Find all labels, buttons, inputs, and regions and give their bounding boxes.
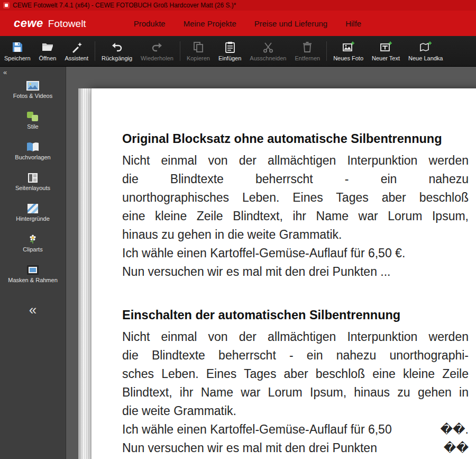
backgrounds-icon: [26, 203, 40, 214]
menu-item-produkte[interactable]: Produkte: [134, 19, 166, 28]
sidebar-item-label: Fotos & Videos: [13, 93, 52, 99]
sidebar-item-hintergruende[interactable]: Hintergründe: [0, 203, 66, 234]
editor-canvas[interactable]: Original Blocksatz ohne automatische Sil…: [66, 67, 476, 459]
brand-app-text: Fotowelt: [48, 18, 86, 30]
text-line: eine kleine Zeile Blindtext, ihr Name wa…: [122, 207, 469, 226]
book-templates-icon: [26, 142, 40, 152]
text-line: die Blindtexte beherrscht - ein nahezu u…: [122, 346, 469, 365]
brand-cewe-text: cewe: [14, 16, 43, 30]
redo-icon: [151, 41, 163, 53]
undo-button[interactable]: Rückgängig: [97, 36, 136, 66]
paragraph-blocksatz: Nicht einmal von der allmächtigen Interp…: [122, 151, 469, 281]
sidebar-item-cliparts[interactable]: Cliparts: [0, 234, 66, 265]
text-line: Blindtext, ihr Name war Lorum Ipsum, hin…: [122, 383, 469, 402]
copy-icon: [192, 41, 205, 53]
sidebar-item-label: Buchvorlagen: [15, 154, 50, 160]
sidebar-collapse-bottom-icon[interactable]: «: [0, 303, 66, 317]
magic-wand-icon: [70, 41, 83, 53]
new-photo-button[interactable]: Neues Foto: [329, 36, 368, 66]
delete-button: Entfernen: [290, 36, 324, 66]
toolbar-separator: [180, 41, 180, 61]
trash-icon: [301, 41, 314, 53]
button-label: Rückgängig: [102, 55, 132, 61]
sidebar-item-label: Cliparts: [23, 246, 42, 253]
text-line: Nicht einmal von der allmächtigen Interp…: [122, 328, 469, 346]
brand-logo: cewe Fotowelt: [14, 16, 86, 30]
text-line: Nicht einmal von der allmächtigen Interp…: [122, 151, 469, 170]
button-label: Neues Foto: [333, 55, 363, 61]
app-icon: [3, 2, 10, 8]
text-line: hinaus zu gehen in die weite Grammatik.: [122, 226, 469, 244]
text-line: Ich wähle einen Kartoffel-Gemüse-Auflauf…: [122, 244, 469, 263]
button-label: Öffnen: [39, 55, 57, 61]
toolbar: Speichern Öffnen Assistent Rückgängig Wi…: [0, 36, 476, 67]
cliparts-flower-icon: [26, 234, 40, 245]
sidebar-items: Fotos & Videos Stile Buchvorlagen: [0, 67, 66, 295]
cut-button: Ausschneiden: [245, 36, 290, 66]
undo-icon: [111, 41, 123, 53]
sidebar: « Fotos & Videos Stile: [0, 67, 66, 459]
heading-silbentrennung: Einschalten der automatischen Silbentren…: [122, 306, 469, 325]
assistant-button[interactable]: Assistent: [60, 36, 93, 66]
menubar: cewe Fotowelt Produkte Meine Projekte Pr…: [0, 11, 476, 36]
new-text-button[interactable]: Neuer Text: [368, 36, 404, 66]
new-photo-icon: [342, 41, 355, 53]
copy-button: Kopieren: [182, 36, 214, 66]
button-label: Wiederholen: [141, 55, 173, 61]
sidebar-item-seitenlayouts[interactable]: Seitenlayouts: [0, 173, 66, 203]
button-label: Einfügen: [218, 55, 241, 61]
text-frame[interactable]: Original Blocksatz ohne automatische Sil…: [122, 130, 469, 457]
button-label: Neuer Text: [372, 55, 400, 61]
sidebar-collapse-icon[interactable]: «: [3, 68, 7, 76]
toolbar-separator: [326, 41, 327, 61]
heading-blocksatz: Original Blocksatz ohne automatische Sil…: [122, 130, 469, 148]
menu-item-meine-projekte[interactable]: Meine Projekte: [184, 19, 236, 28]
button-label: Kopieren: [187, 55, 210, 61]
paragraph-silbentrennung: Nicht einmal von der allmächtigen Interp…: [122, 328, 469, 457]
main-menu: Produkte Meine Projekte Preise und Liefe…: [134, 19, 362, 28]
sidebar-item-buchvorlagen[interactable]: Buchvorlagen: [0, 142, 66, 173]
save-button[interactable]: Speichern: [0, 36, 35, 66]
page-stack-edge: [78, 88, 91, 459]
text-line: Nun versuchen wir es mal mit den drei Pu…: [122, 263, 469, 281]
text-line: sches Leben. Eines Tages aber beschloß e…: [122, 365, 469, 383]
button-label: Assistent: [65, 55, 88, 61]
sidebar-item-fotos-videos[interactable]: Fotos & Videos: [0, 80, 66, 111]
window-titlebar: CEWE Fotowelt 7.4.1 (x64) - CEWE FOTOBUC…: [0, 0, 476, 11]
album-page[interactable]: Original Blocksatz ohne automatische Sil…: [91, 88, 476, 459]
styles-icon: [26, 111, 40, 122]
sidebar-item-label: Masken & Rahmen: [8, 277, 58, 283]
button-label: Entfernen: [295, 55, 320, 61]
button-label: Neue Landka: [408, 55, 443, 61]
open-folder-icon: [41, 41, 54, 53]
sidebar-item-masken-rahmen[interactable]: Masken & Rahmen: [0, 265, 66, 295]
open-button[interactable]: Öffnen: [35, 36, 61, 66]
new-map-icon: [419, 41, 432, 53]
text-line: Nun versuchen wir es mal mit den drei Pu…: [122, 439, 469, 457]
menu-item-hilfe[interactable]: Hilfe: [345, 19, 361, 28]
new-text-icon: [380, 41, 392, 53]
button-label: Ausschneiden: [250, 55, 286, 61]
paste-button[interactable]: Einfügen: [214, 36, 245, 66]
menu-item-preise-und-lieferung[interactable]: Preise und Lieferung: [254, 19, 327, 28]
page-layouts-icon: [26, 173, 40, 183]
sidebar-item-stile[interactable]: Stile: [0, 111, 66, 142]
window-title: CEWE Fotowelt 7.4.1 (x64) - CEWE FOTOBUC…: [13, 2, 236, 9]
masks-frames-icon: [26, 265, 40, 275]
save-icon: [11, 41, 24, 53]
scissors-icon: [262, 41, 274, 53]
text-line: die Blindtexte beherrscht - ein nahezu: [122, 170, 469, 188]
toolbar-separator: [95, 41, 95, 61]
new-map-button[interactable]: Neue Landka: [404, 36, 447, 66]
text-line: unorthographisches Leben. Eines Tages ab…: [122, 188, 469, 207]
sidebar-item-label: Seitenlayouts: [15, 185, 50, 191]
paste-clipboard-icon: [224, 41, 236, 53]
redo-button: Wiederholen: [136, 36, 178, 66]
photos-icon: [26, 80, 40, 91]
text-line: Ich wähle einen Kartoffel-Gemüse-Auflauf…: [122, 420, 469, 439]
button-label: Speichern: [4, 55, 31, 61]
sidebar-item-label: Hintergründe: [16, 215, 50, 222]
text-line: die weite Grammatik.: [122, 402, 469, 420]
sidebar-item-label: Stile: [27, 123, 38, 130]
